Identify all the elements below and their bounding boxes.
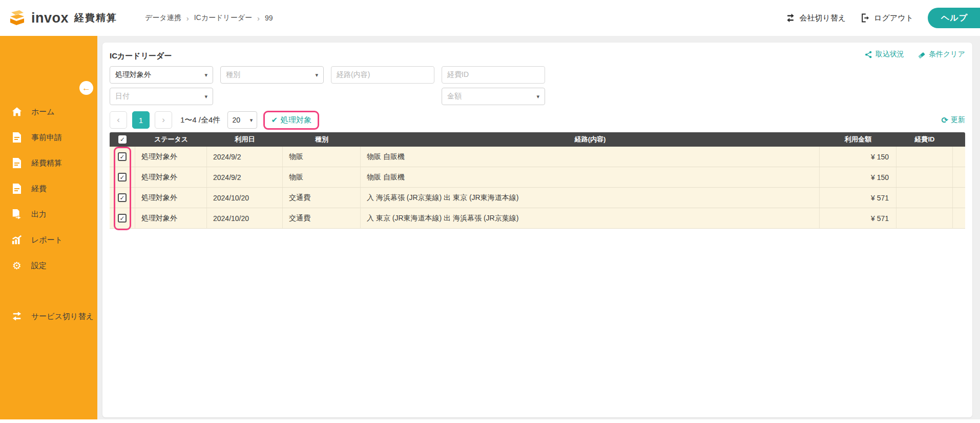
sidebar: ← ホーム <box>0 36 97 419</box>
sidebar-item-label: レポート <box>31 235 62 245</box>
date-cell: 2024/10/20 <box>207 208 283 228</box>
status-filter-select[interactable]: 処理対象外 ▾ <box>110 66 213 84</box>
page-size-select[interactable]: 20 ▾ <box>227 111 257 129</box>
expense-id-filter-input[interactable]: 経費ID <box>442 66 545 84</box>
refresh-icon: ⟳ <box>942 115 948 125</box>
sidebar-collapse-button[interactable]: ← <box>79 81 93 95</box>
blank-cell <box>953 167 965 187</box>
check-icon: ✔ <box>271 115 278 125</box>
mark-processable-button[interactable]: ✔ 処理対象 <box>267 113 316 127</box>
sidebar-item-home[interactable]: ホーム <box>0 99 97 125</box>
route-cell: 物販 自販機 <box>361 167 820 187</box>
route-cell: 入 東京 (JR東海道本線) 出 海浜幕張 (JR京葉線) <box>361 208 820 228</box>
eraser-icon <box>918 51 926 58</box>
sidebar-item-label: ホーム <box>31 107 55 117</box>
company-switch-icon <box>785 13 796 23</box>
select-all-checkbox[interactable] <box>118 135 127 144</box>
brand-name: invox <box>31 10 69 26</box>
clear-conditions-link[interactable]: 条件クリア <box>918 50 965 59</box>
table-row: 処理対象外 2024/10/20 交通費 入 東京 (JR東海道本線) 出 海浜… <box>110 208 965 229</box>
sidebar-item-output[interactable]: 出力 <box>0 202 97 227</box>
row-checkbox[interactable] <box>118 173 127 182</box>
top-header: invox 経費精算 データ連携 › ICカードリーダー › 99 会社切り替え <box>0 0 980 36</box>
product-name: 経費精算 <box>74 11 117 25</box>
breadcrumb-item-data-link[interactable]: データ連携 <box>145 13 181 23</box>
date-filter-placeholder: 日付 <box>115 92 130 101</box>
type-filter-placeholder: 種別 <box>226 70 240 79</box>
logout-label: ログアウト <box>874 13 913 23</box>
refresh-link[interactable]: ⟳ 更新 <box>942 115 965 125</box>
pagination-row: ‹ 1 › 1〜4 /全4件 20 ▾ ✔ 処理対象 <box>110 110 965 130</box>
row-checkbox[interactable] <box>118 214 127 223</box>
sidebar-item-service-switch[interactable]: サービス切り替え <box>0 304 97 329</box>
chevron-down-icon: ▾ <box>250 117 253 124</box>
breadcrumb-item-ic-card-reader[interactable]: ICカードリーダー <box>194 13 252 23</box>
filter-bar: 処理対象外 ▾ 種別 ▾ 経路(内容) 経費ID 日付 <box>110 66 965 105</box>
sidebar-item-pre-application[interactable]: 事前申請 <box>0 125 97 150</box>
status-filter-value: 処理対象外 <box>115 70 151 79</box>
sidebar-item-expense-report[interactable]: 経費精算 <box>0 150 97 176</box>
document-icon <box>11 157 23 169</box>
amount-cell: ¥ 571 <box>820 188 896 208</box>
expense-id-filter-placeholder: 経費ID <box>447 70 469 79</box>
next-page-button[interactable]: › <box>155 111 172 129</box>
date-cell: 2024/9/2 <box>207 167 283 187</box>
topbar-actions: 会社切り替え ログアウト ヘルプ <box>785 8 980 28</box>
card-header: ICカードリーダー 取込状況 <box>110 50 965 61</box>
document-icon <box>11 183 23 194</box>
column-header-status: ステータス <box>135 132 207 147</box>
sidebar-item-report[interactable]: レポート <box>0 227 97 253</box>
gear-icon: ⚙ <box>11 259 23 272</box>
prev-page-button[interactable]: ‹ <box>110 111 127 129</box>
content-card: ICカードリーダー 取込状況 <box>102 43 972 417</box>
card-header-links: 取込状況 条件クリア <box>865 50 965 59</box>
amount-filter-placeholder: 金額 <box>447 92 462 101</box>
column-header-date: 利用日 <box>207 132 283 147</box>
sidebar-item-settings[interactable]: ⚙ 設定 <box>0 253 97 278</box>
route-cell: 入 海浜幕張 (JR京葉線) 出 東京 (JR東海道本線) <box>361 188 820 208</box>
row-checkbox[interactable] <box>118 152 127 161</box>
process-button-label: 処理対象 <box>281 115 311 125</box>
document-icon <box>11 132 23 143</box>
app-logo[interactable]: invox 経費精算 <box>0 9 117 27</box>
clear-conditions-label: 条件クリア <box>929 50 965 59</box>
column-header-blank <box>953 132 965 147</box>
company-switch-button[interactable]: 会社切り替え <box>785 13 846 23</box>
page-number-button[interactable]: 1 <box>132 111 150 129</box>
route-filter-placeholder: 経路(内容) <box>337 70 370 79</box>
row-checkbox[interactable] <box>118 193 127 202</box>
breadcrumb-separator: › <box>186 14 189 23</box>
blank-cell <box>953 147 965 167</box>
date-filter-select[interactable]: 日付 ▾ <box>110 88 213 105</box>
column-header-expense-id: 経費ID <box>896 132 953 147</box>
transactions-table: ステータス 利用日 種別 経路(内容) 利用金額 経費ID 処理対象外 2024… <box>110 132 965 229</box>
company-switch-label: 会社切り替え <box>799 13 846 23</box>
sidebar-item-expenses[interactable]: 経費 <box>0 176 97 202</box>
sidebar-nav: ホーム 事前申請 <box>0 99 97 278</box>
help-button[interactable]: ヘルプ <box>928 8 980 28</box>
status-cell: 処理対象外 <box>135 147 207 167</box>
chevron-down-icon: ▾ <box>204 93 207 100</box>
amount-filter-select[interactable]: 金額 ▾ <box>442 88 545 105</box>
table-row: 処理対象外 2024/9/2 物販 物販 自販機 ¥ 150 <box>110 147 965 167</box>
type-filter-select[interactable]: 種別 ▾ <box>220 66 324 84</box>
amount-cell: ¥ 150 <box>820 167 896 187</box>
body-row: ← ホーム <box>0 36 980 419</box>
logout-button[interactable]: ログアウト <box>860 13 913 23</box>
switch-icon <box>11 311 23 321</box>
table-row: 処理対象外 2024/10/20 交通費 入 海浜幕張 (JR京葉線) 出 東京… <box>110 188 965 208</box>
refresh-label: 更新 <box>951 115 965 125</box>
route-filter-input[interactable]: 経路(内容) <box>331 66 434 84</box>
import-status-link[interactable]: 取込状況 <box>865 50 904 59</box>
amount-cell: ¥ 571 <box>820 208 896 228</box>
status-cell: 処理対象外 <box>135 188 207 208</box>
process-button-annotation: ✔ 処理対象 <box>263 111 319 130</box>
import-status-label: 取込状況 <box>875 50 904 59</box>
sidebar-item-label: 経費 <box>31 184 47 194</box>
column-header-route: 経路(内容) <box>361 132 820 147</box>
breadcrumb-item-current: 99 <box>265 14 273 22</box>
chevron-down-icon: ▾ <box>204 72 207 78</box>
sidebar-item-label: 出力 <box>31 210 47 219</box>
report-icon <box>11 234 23 246</box>
home-icon <box>11 106 23 117</box>
